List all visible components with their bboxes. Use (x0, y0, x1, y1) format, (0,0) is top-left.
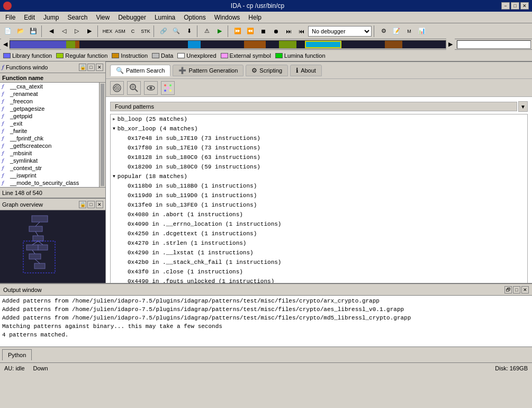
search-tool-button[interactable] (127, 81, 141, 95)
fingerprint-tool-button[interactable] (110, 81, 124, 95)
menu-debugger[interactable]: Debugger (114, 13, 150, 22)
pattern-popular-3[interactable]: 0x13fe0 in sub_13FE0 (1 instructions) (111, 200, 527, 210)
output-close[interactable]: ✕ (521, 286, 529, 294)
python-tab[interactable]: Python (2, 349, 32, 360)
func-list-scrollbar[interactable] (99, 83, 105, 187)
function-list[interactable]: 𝑓 __cxa_atexit 𝑓 _renameat 𝑓 _freecon 𝑓 … (0, 83, 99, 187)
palette-tool-button[interactable] (161, 81, 175, 95)
open-button[interactable]: 📂 (15, 25, 26, 37)
alert-button[interactable]: ⚠ (201, 25, 213, 37)
pattern-popular-10[interactable]: 0x43f0 in .close (1 instructions) (111, 267, 527, 277)
func-fprintf-chk[interactable]: 𝑓 __fprintf_chk (0, 135, 99, 142)
debug1-button[interactable]: ⏩ (232, 25, 244, 37)
pattern-popular-1[interactable]: 0x118b0 in sub_118B0 (1 instructions) (111, 181, 527, 191)
pattern-child-1[interactable]: 0x17e48 in sub_17E10 (73 instructions) (111, 134, 527, 143)
menu-view[interactable]: View (92, 13, 114, 22)
func-mbsinit[interactable]: 𝑓 _mbsinit (0, 149, 99, 157)
run-button[interactable]: ▶ (214, 25, 226, 37)
func-window-close[interactable]: ✕ (96, 64, 103, 71)
func-renameat[interactable]: 𝑓 _renameat (0, 90, 99, 97)
pattern-popular-11[interactable]: 0x4490 in .fputs_unlocked (1 instruction… (111, 277, 527, 283)
func-context-str[interactable]: 𝑓 _context_str (0, 164, 99, 172)
debug2-button[interactable]: ⏪ (245, 25, 256, 37)
find-button[interactable]: 🔍 (170, 25, 182, 37)
stack-button[interactable]: STK (140, 25, 151, 37)
pattern-popular-8[interactable]: 0x4290 in .__lxstat (1 instructions) (111, 248, 527, 258)
func-window-float[interactable]: □ (87, 64, 95, 71)
menu-edit[interactable]: Edit (20, 13, 39, 22)
pattern-bb-loop[interactable]: ▶ bb_loop (25 matches) (111, 114, 527, 124)
new-button[interactable]: 📄 (2, 25, 14, 37)
debugger-select[interactable]: No debugger (308, 26, 372, 37)
asm-button[interactable]: ASM (114, 25, 126, 37)
func-exit[interactable]: 𝑓 _exit (0, 120, 99, 127)
func-scroll-thumb[interactable] (101, 84, 104, 186)
plugin-tab-scripting[interactable]: ⚙ Scripting (246, 65, 288, 76)
goto-button[interactable]: ⬇ (183, 25, 195, 37)
found-patterns-dropdown[interactable]: ▼ (518, 101, 528, 112)
patterns-list[interactable]: ▶ bb_loop (25 matches) ▼ bb_xor_loop (4 … (110, 114, 528, 283)
pattern-popular-5[interactable]: 0x4090 in .__errno_location (1 instructi… (111, 219, 527, 229)
pattern-bb-xor-loop[interactable]: ▼ bb_xor_loop (4 matches) (111, 124, 527, 134)
func-cxa-atexit[interactable]: 𝑓 __cxa_atexit (0, 83, 99, 90)
save-button[interactable]: 💾 (28, 25, 39, 37)
modules-button[interactable]: M (403, 25, 415, 37)
extra-button[interactable]: 📊 (416, 25, 428, 37)
graph-close[interactable]: ✕ (96, 201, 103, 208)
debug6-button[interactable]: ⏮ (295, 25, 307, 37)
maximize-button[interactable]: □ (511, 2, 519, 10)
nav-bar-scroll[interactable] (10, 40, 446, 49)
func-getpagesize[interactable]: 𝑓 _getpagesize (0, 105, 99, 112)
hex-button[interactable]: HEX (102, 25, 113, 37)
plugin-tab-pattern-search[interactable]: 🔍 Pattern Search (110, 65, 170, 76)
nav-right[interactable]: ▶ (446, 39, 455, 50)
func-iswprint[interactable]: 𝑓 __iswprint (0, 172, 99, 179)
settings-button[interactable]: ⚙ (378, 25, 390, 37)
nav-left[interactable]: ◀ (1, 39, 10, 50)
nav-input[interactable] (457, 40, 531, 49)
pattern-popular-9[interactable]: 0x42b0 in .__stack_chk_fail (1 instructi… (111, 258, 527, 267)
output-restore[interactable]: 🗗 (504, 286, 512, 294)
menu-jump[interactable]: Jump (39, 13, 63, 22)
pattern-popular-6[interactable]: 0x4250 in .dcgettext (1 instructions) (111, 229, 527, 238)
back-button[interactable]: ◀ (46, 25, 57, 37)
func-window-lock[interactable]: 🔒 (79, 64, 86, 71)
debug5-button[interactable]: ⏭ (283, 25, 294, 37)
pattern-child-2[interactable]: 0x17f80 in sub_17E10 (73 instructions) (111, 143, 527, 153)
plugin-tab-about[interactable]: ℹ About (290, 65, 322, 76)
graph-lock[interactable]: 🔒 (79, 201, 86, 208)
pattern-popular[interactable]: ▼ popular (18 matches) (111, 172, 527, 181)
func-getfscreatecon[interactable]: 𝑓 _getfscreatecon (0, 142, 99, 149)
close-button[interactable]: ✕ (520, 2, 529, 10)
pattern-popular-7[interactable]: 0x4270 in .strlen (1 instructions) (111, 238, 527, 248)
pattern-popular-4[interactable]: 0x4080 in .abort (1 instructions) (111, 210, 527, 219)
xref-button[interactable]: 🔗 (158, 25, 169, 37)
menu-options[interactable]: Options (179, 13, 210, 22)
debug4-button[interactable]: ⏺ (270, 25, 282, 37)
menu-windows[interactable]: Windows (210, 13, 245, 22)
func-mode-to-security-class[interactable]: 𝑓 __mode_to_security_class (0, 179, 99, 187)
menu-help[interactable]: Help (244, 13, 266, 22)
c-button[interactable]: C (127, 25, 139, 37)
plugin-tab-pattern-gen[interactable]: ➕ Pattern Generation (173, 65, 244, 76)
menu-search[interactable]: Search (63, 13, 92, 22)
script-button[interactable]: 📝 (391, 25, 402, 37)
func-symlinkat[interactable]: 𝑓 _symlinkat (0, 157, 99, 164)
graph-float[interactable]: □ (87, 201, 95, 208)
output-float[interactable]: □ (513, 286, 520, 294)
eye-tool-button[interactable] (144, 81, 158, 95)
pattern-child-4[interactable]: 0x18200 in sub_180C0 (59 instructions) (111, 162, 527, 172)
pattern-child-3[interactable]: 0x18128 in sub_180C0 (63 instructions) (111, 153, 527, 162)
back2-button[interactable]: ◁ (58, 25, 70, 37)
pattern-popular-2[interactable]: 0x119d0 in sub_119D0 (1 instructions) (111, 191, 527, 200)
menu-file[interactable]: File (1, 13, 20, 22)
debug3-button[interactable]: ⏹ (257, 25, 269, 37)
fwd-button[interactable]: ▷ (71, 25, 83, 37)
minimize-button[interactable]: − (501, 2, 510, 10)
func-getppid[interactable]: 𝑓 _getppid (0, 112, 99, 120)
fwd2-button[interactable]: ▶ (84, 25, 95, 37)
menu-lumina[interactable]: Lumina (150, 13, 179, 22)
content-area: 🔍 Pattern Search ➕ Pattern Generation ⚙ … (106, 62, 532, 283)
func-fwrite[interactable]: 𝑓 _fwrite (0, 127, 99, 135)
func-freecon[interactable]: 𝑓 _freecon (0, 97, 99, 105)
